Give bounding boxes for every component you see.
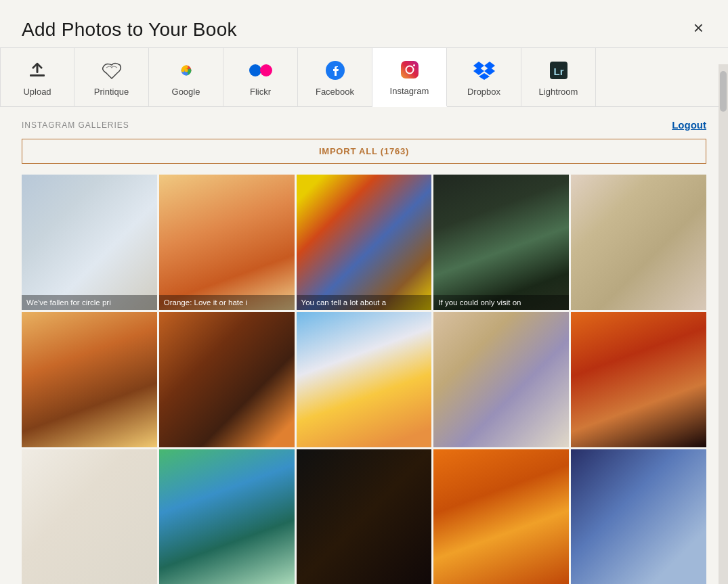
tabs-row: Upload Printique [0,47,728,107]
svg-text:Lr: Lr [553,66,563,77]
tab-instagram[interactable]: Instagram [372,48,447,107]
photo-cell[interactable] [571,312,706,447]
photo-caption: You can tell a lot about a [297,295,432,310]
svg-marker-12 [484,67,495,75]
tab-google[interactable]: Google [149,48,223,106]
upload-icon [25,58,49,83]
photo-cell[interactable] [297,449,432,584]
photo-caption: Orange: Love it or hate i [159,295,295,310]
photo-cell[interactable] [22,449,157,584]
photo-cell[interactable]: We've fallen for circle pri [22,175,157,310]
facebook-icon [323,58,347,83]
tab-facebook[interactable]: Facebook [298,48,372,106]
photo-caption: If you could only visit on [433,295,569,310]
photo-cell[interactable] [571,449,706,584]
photo-cell[interactable] [159,449,295,584]
tab-flickr[interactable]: Flickr [223,48,298,106]
modal-header: Add Photos to Your Book × [0,0,728,47]
logout-button[interactable]: Logout [672,119,706,131]
close-button[interactable]: × [691,19,706,37]
svg-marker-13 [479,73,490,80]
photo-cell[interactable] [433,312,569,447]
photo-cell[interactable]: Orange: Love it or hate i [159,175,295,310]
dropbox-icon [472,58,496,83]
photo-cell[interactable]: If you could only visit on [433,175,569,310]
tab-flickr-label: Flickr [250,87,271,97]
svg-rect-0 [30,74,45,76]
printique-icon [100,58,124,83]
scrollbar-thumb [720,71,727,112]
svg-point-4 [260,64,272,76]
section-header: INSTAGRAM Galleries Logout [22,119,706,131]
tab-lightroom-label: Lightroom [539,87,578,97]
photo-cell[interactable] [22,312,157,447]
tab-facebook-label: Facebook [316,87,354,97]
flickr-icon [249,58,273,83]
modal-title: Add Photos to Your Book [22,19,237,41]
photo-cell[interactable] [297,312,432,447]
svg-marker-11 [473,67,484,75]
photo-cell[interactable] [571,175,706,310]
svg-point-3 [249,64,261,76]
section-label: INSTAGRAM Galleries [22,120,129,130]
google-icon [174,58,198,83]
import-all-button[interactable]: IMPORT ALL (1763) [22,139,706,164]
lightroom-icon: Lr [547,58,571,83]
svg-point-8 [413,64,415,66]
content-area: INSTAGRAM Galleries Logout IMPORT ALL (1… [0,107,728,584]
tab-dropbox-label: Dropbox [467,87,500,97]
tab-instagram-label: Instagram [390,86,429,96]
scrollbar[interactable] [719,64,728,584]
tab-upload[interactable]: Upload [0,48,74,106]
photo-caption: We've fallen for circle pri [22,295,157,310]
tab-lightroom[interactable]: Lr Lightroom [521,48,596,106]
modal: Add Photos to Your Book × Upload [0,0,728,584]
svg-rect-6 [401,61,419,78]
photo-grid: We've fallen for circle priOrange: Love … [22,175,706,584]
tab-google-label: Google [172,87,200,97]
instagram-icon [398,58,422,82]
tab-printique-label: Printique [94,87,129,97]
tab-upload-label: Upload [23,87,51,97]
photo-cell[interactable] [433,449,569,584]
tab-printique[interactable]: Printique [74,48,149,106]
photo-cell[interactable]: You can tell a lot about a [297,175,432,310]
photo-cell[interactable] [159,312,295,447]
tab-dropbox[interactable]: Dropbox [447,48,521,106]
